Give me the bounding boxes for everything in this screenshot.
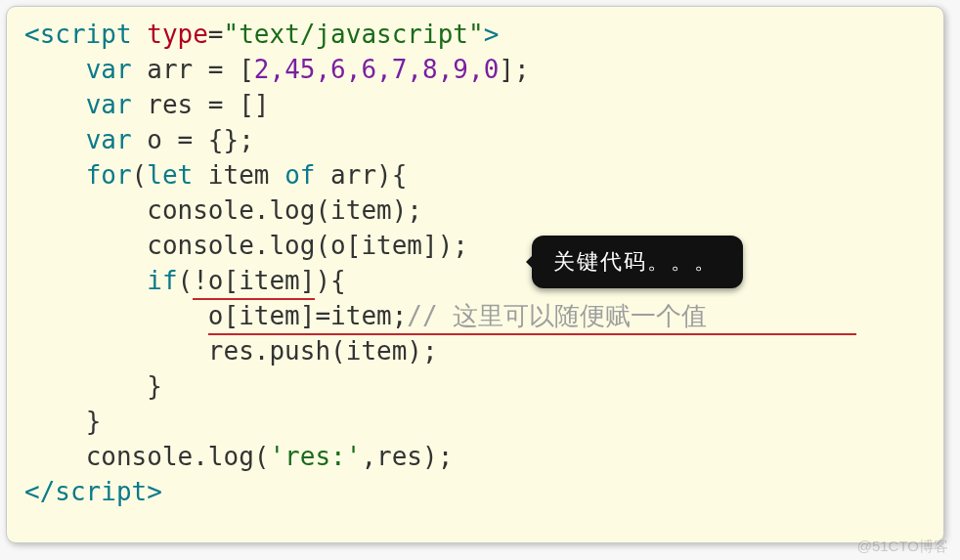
close-tag-angle: >	[147, 477, 162, 506]
of-kw: of	[284, 160, 315, 190]
close-angle: >	[484, 20, 500, 49]
eq: =	[208, 20, 224, 49]
let-kw: let	[147, 160, 193, 190]
console-log-item: console.log(item);	[147, 195, 422, 225]
brace-close: }	[147, 371, 162, 401]
canvas: <script type="text/javascript"> var arr …	[0, 0, 960, 560]
annotation-tooltip: 关键代码。。。	[532, 236, 743, 288]
if-kw: if	[147, 266, 177, 295]
if-brace: ){	[315, 266, 345, 295]
if-cond-underlined: !o[item]	[193, 263, 315, 298]
type-attr: type	[147, 20, 208, 49]
watermark: @51CTO博客	[857, 538, 948, 556]
res-decl: res = []	[132, 90, 270, 119]
brace-close: }	[86, 407, 102, 436]
script-tag-close: script	[55, 477, 147, 506]
assign-underlined: o[item]=item;	[208, 298, 408, 333]
script-tag-open: script	[40, 20, 132, 49]
comment: // 这里可以随便赋一个值	[407, 301, 707, 330]
console-log-res-b: ,res);	[361, 442, 453, 471]
arr-values: 2,45,6,6,7,8,9,0	[254, 55, 499, 84]
res-string: 'res:'	[269, 442, 361, 471]
arr-decl: arr = [	[132, 55, 254, 84]
res-push: res.push(item);	[208, 336, 438, 366]
type-value: "text/javascript"	[224, 20, 484, 49]
space	[132, 20, 148, 49]
code-block: <script type="text/javascript"> var arr …	[7, 7, 943, 519]
o-decl: o = {};	[132, 125, 254, 154]
for-kw: for	[86, 160, 132, 190]
console-log-res-a: console.log(	[86, 442, 270, 471]
for-open: (	[132, 160, 148, 190]
arr-close: ];	[499, 55, 529, 84]
for-arr: arr){	[315, 160, 407, 190]
var-kw: var	[86, 90, 132, 119]
close-tag-open: </	[24, 477, 55, 506]
code-frame: <script type="text/javascript"> var arr …	[6, 6, 944, 543]
console-log-oitem: console.log(o[item]);	[147, 231, 468, 260]
item-name: item	[193, 160, 284, 190]
open-angle: <	[24, 20, 40, 49]
var-kw: var	[86, 55, 132, 84]
var-kw: var	[86, 125, 132, 154]
